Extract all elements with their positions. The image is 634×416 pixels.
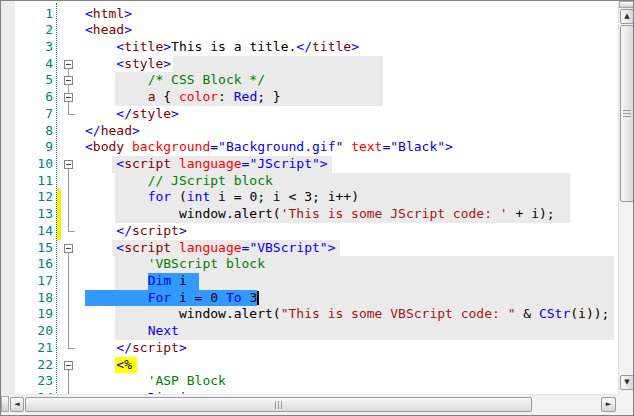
code-text: window.alert('This is some JScript code:… — [85, 206, 555, 223]
up-arrow-icon: ▲ — [624, 13, 629, 20]
horizontal-splitter-handle[interactable] — [1, 396, 9, 412]
horizontal-scrollbar[interactable]: ◄ ► — [1, 394, 618, 416]
fold-toggle[interactable] — [64, 361, 73, 370]
syntax-segment: < — [116, 156, 124, 171]
fold-toggle[interactable] — [64, 76, 73, 85]
code-text: </script> — [85, 340, 187, 357]
fold-toggle[interactable] — [64, 160, 73, 169]
code-text: </script> — [85, 223, 187, 240]
syntax-segment — [85, 290, 148, 305]
code-line[interactable]: </script> — [1, 340, 618, 357]
syntax-segment: script — [124, 156, 171, 171]
syntax-segment: CStr — [539, 306, 570, 321]
down-arrow-icon: ▼ — [624, 379, 629, 386]
code-line[interactable]: <html> — [1, 6, 618, 23]
syntax-segment: > — [163, 56, 171, 71]
syntax-segment — [85, 106, 116, 121]
code-line[interactable]: <head> — [1, 22, 618, 39]
code-line[interactable]: <title>This is a title.</title> — [1, 39, 618, 56]
code-line[interactable]: a { color: Red; } — [1, 89, 618, 106]
code-line[interactable]: window.alert("This is some VBScript code… — [1, 306, 618, 323]
syntax-segment: </ — [116, 340, 132, 355]
syntax-segment — [85, 240, 116, 255]
code-text: Next — [85, 323, 179, 340]
syntax-segment — [85, 72, 148, 87]
code-text: <body background="Background.gif" text="… — [85, 139, 453, 156]
fold-end-tick — [68, 231, 75, 232]
syntax-segment — [343, 139, 351, 154]
syntax-segment: language — [179, 156, 242, 171]
syntax-segment: > — [124, 22, 132, 37]
syntax-segment: This is a title. — [171, 39, 296, 54]
horizontal-scroll-thumb[interactable] — [25, 397, 532, 412]
syntax-segment — [85, 89, 148, 104]
syntax-segment: body — [93, 139, 124, 154]
vertical-splitter-handle[interactable] — [619, 1, 634, 8]
code-line[interactable]: For i = 0 To 3 — [1, 290, 618, 307]
scroll-right-button[interactable]: ► — [601, 397, 616, 412]
syntax-segment: title — [312, 39, 351, 54]
syntax-segment: For — [148, 290, 171, 305]
syntax-segment: < — [85, 6, 93, 21]
fold-toggle[interactable] — [64, 93, 73, 102]
fold-toggle[interactable] — [64, 244, 73, 253]
syntax-segment — [85, 340, 116, 355]
syntax-segment: "Black" — [390, 139, 445, 154]
script-block-highlight — [173, 56, 382, 73]
syntax-segment — [171, 240, 179, 255]
fold-guide-line — [68, 390, 69, 394]
syntax-segment: To — [226, 290, 242, 305]
code-line[interactable]: Next — [1, 323, 618, 340]
fold-end-tick — [68, 348, 75, 349]
script-block-highlight — [115, 323, 614, 340]
code-text: <title>This is a title.</title> — [85, 39, 359, 56]
fold-toggle[interactable] — [64, 60, 73, 69]
code-line[interactable]: Dim i — [1, 273, 618, 290]
syntax-segment: Next — [148, 323, 179, 338]
vertical-scrollbar[interactable]: ▲ ▼ — [618, 1, 634, 395]
syntax-segment: style — [132, 106, 171, 121]
syntax-segment: > — [163, 39, 171, 54]
code-line[interactable]: 'VBScript block — [1, 256, 618, 273]
scroll-left-button[interactable]: ◄ — [10, 397, 24, 412]
syntax-segment: for — [148, 189, 171, 204]
syntax-segment: style — [124, 56, 163, 71]
syntax-segment: > — [171, 106, 179, 121]
syntax-segment: background — [132, 139, 210, 154]
code-area[interactable]: 1<html>2<head>3 <title>This is a title.<… — [1, 1, 618, 394]
code-line[interactable]: </script> — [1, 223, 618, 240]
code-line[interactable]: </style> — [1, 106, 618, 123]
code-line[interactable]: <style> — [1, 56, 618, 73]
code-line[interactable]: <script language="JScript"> — [1, 156, 618, 173]
scroll-up-button[interactable]: ▲ — [620, 9, 634, 24]
syntax-segment: "VBScript" — [249, 240, 327, 255]
syntax-segment: text — [351, 139, 382, 154]
code-text: </style> — [85, 106, 179, 123]
syntax-segment: < — [116, 39, 124, 54]
code-line[interactable]: <body background="Background.gif" text="… — [1, 139, 618, 156]
code-text: for (int i = 0; i < 3; i++) — [85, 189, 359, 206]
code-line[interactable]: window.alert('This is some JScript code:… — [1, 206, 618, 223]
syntax-segment — [85, 373, 148, 388]
syntax-segment: head — [101, 123, 132, 138]
code-text: a { color: Red; } — [85, 89, 281, 106]
fold-end-tick — [68, 114, 75, 115]
code-line[interactable]: <script language="VBScript"> — [1, 240, 618, 257]
scroll-down-button[interactable]: ▼ — [620, 375, 634, 390]
code-line[interactable]: <% — [1, 357, 618, 374]
syntax-segment — [85, 39, 116, 54]
code-line[interactable]: /* CSS Block */ — [1, 72, 618, 89]
syntax-segment: 3 — [242, 290, 258, 305]
syntax-segment — [85, 357, 116, 372]
vertical-scroll-thumb[interactable] — [620, 25, 634, 202]
code-line[interactable]: for (int i = 0; i < 3; i++) — [1, 189, 618, 206]
syntax-segment: ; } — [257, 89, 280, 104]
code-line[interactable]: </head> — [1, 123, 618, 140]
syntax-segment: + i); — [508, 206, 555, 221]
syntax-segment: & — [515, 306, 538, 321]
code-line[interactable]: // JScript block — [1, 173, 618, 190]
syntax-segment: i = 0 — [171, 290, 226, 305]
syntax-segment: int — [187, 189, 210, 204]
syntax-segment — [85, 156, 116, 171]
code-line[interactable]: 'ASP Block — [1, 373, 618, 390]
